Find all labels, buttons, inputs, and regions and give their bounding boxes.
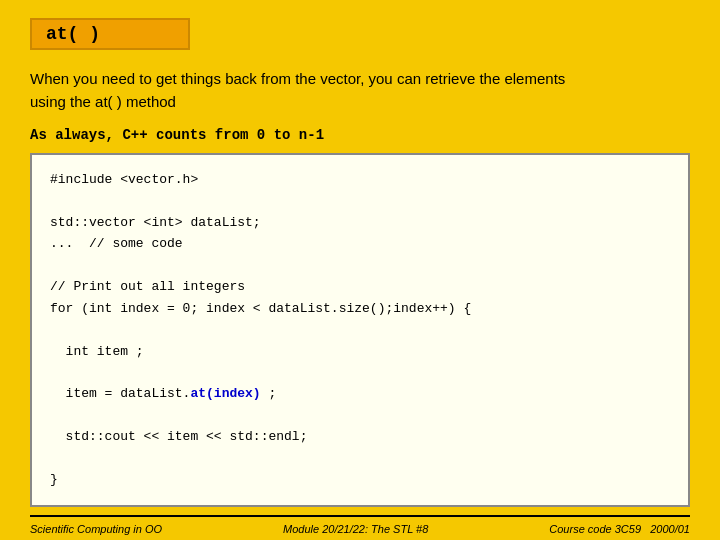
- page-container: at( ) When you need to get things back f…: [0, 0, 720, 540]
- footer-right: Course code 3C59 2000/01: [549, 523, 690, 535]
- description-line2: using the at( ) method: [30, 93, 176, 110]
- footer-middle: Module 20/21/22: The STL #8: [283, 523, 428, 535]
- code-ellipsis: ... // some code: [50, 236, 183, 251]
- code-for-loop: for (int index = 0; index < dataList.siz…: [50, 301, 471, 316]
- description-line1: When you need to get things back from th…: [30, 70, 565, 87]
- always-text: As always, C++ counts from 0 to n-1: [30, 127, 690, 143]
- code-at-method: at(index): [190, 386, 260, 401]
- footer-left: Scientific Computing in OO: [30, 523, 162, 535]
- code-box: #include <vector.h> std::vector <int> da…: [30, 153, 690, 507]
- code-item-assign: item = dataList.at(index) ;: [50, 386, 276, 401]
- code-vector-decl: std::vector <int> dataList;: [50, 215, 261, 230]
- code-cout: std::cout << item << std::endl;: [50, 429, 307, 444]
- code-close-brace: }: [50, 472, 58, 487]
- description: When you need to get things back from th…: [30, 68, 690, 113]
- footer-year: 2000/01: [650, 523, 690, 535]
- footer: Scientific Computing in OO Module 20/21/…: [30, 515, 690, 537]
- code-comment-print: // Print out all integers: [50, 279, 245, 294]
- title-label: at( ): [46, 24, 100, 44]
- code-include: #include <vector.h>: [50, 172, 198, 187]
- title-box: at( ): [30, 18, 190, 50]
- footer-course: Course code 3C59: [549, 523, 641, 535]
- code-int-item: int item ;: [50, 344, 144, 359]
